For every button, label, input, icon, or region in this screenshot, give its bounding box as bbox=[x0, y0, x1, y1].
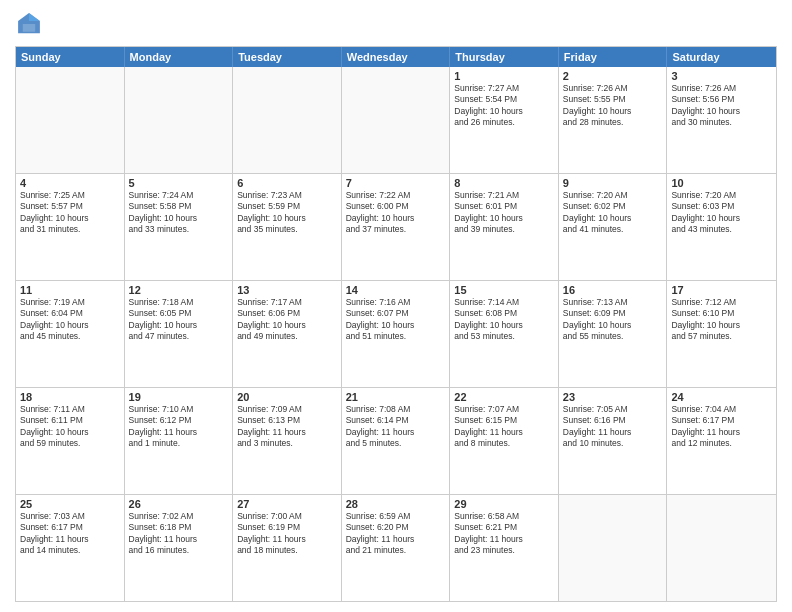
calendar-cell: 23Sunrise: 7:05 AM Sunset: 6:16 PM Dayli… bbox=[559, 388, 668, 494]
day-info: Sunrise: 7:14 AM Sunset: 6:08 PM Dayligh… bbox=[454, 297, 554, 343]
calendar-cell: 25Sunrise: 7:03 AM Sunset: 6:17 PM Dayli… bbox=[16, 495, 125, 601]
day-number: 9 bbox=[563, 177, 663, 189]
calendar-cell: 2Sunrise: 7:26 AM Sunset: 5:55 PM Daylig… bbox=[559, 67, 668, 173]
day-info: Sunrise: 7:18 AM Sunset: 6:05 PM Dayligh… bbox=[129, 297, 229, 343]
calendar-row-2: 4Sunrise: 7:25 AM Sunset: 5:57 PM Daylig… bbox=[16, 173, 776, 280]
calendar-cell: 12Sunrise: 7:18 AM Sunset: 6:05 PM Dayli… bbox=[125, 281, 234, 387]
day-number: 12 bbox=[129, 284, 229, 296]
logo-icon bbox=[15, 10, 43, 38]
day-info: Sunrise: 7:07 AM Sunset: 6:15 PM Dayligh… bbox=[454, 404, 554, 450]
day-info: Sunrise: 7:20 AM Sunset: 6:03 PM Dayligh… bbox=[671, 190, 772, 236]
day-number: 21 bbox=[346, 391, 446, 403]
calendar-cell: 11Sunrise: 7:19 AM Sunset: 6:04 PM Dayli… bbox=[16, 281, 125, 387]
header-day-saturday: Saturday bbox=[667, 47, 776, 67]
calendar-cell bbox=[667, 495, 776, 601]
day-number: 19 bbox=[129, 391, 229, 403]
day-number: 27 bbox=[237, 498, 337, 510]
header-day-sunday: Sunday bbox=[16, 47, 125, 67]
day-info: Sunrise: 7:09 AM Sunset: 6:13 PM Dayligh… bbox=[237, 404, 337, 450]
day-info: Sunrise: 7:27 AM Sunset: 5:54 PM Dayligh… bbox=[454, 83, 554, 129]
day-info: Sunrise: 7:02 AM Sunset: 6:18 PM Dayligh… bbox=[129, 511, 229, 557]
day-number: 5 bbox=[129, 177, 229, 189]
day-number: 22 bbox=[454, 391, 554, 403]
calendar-row-1: 1Sunrise: 7:27 AM Sunset: 5:54 PM Daylig… bbox=[16, 67, 776, 173]
calendar-cell: 21Sunrise: 7:08 AM Sunset: 6:14 PM Dayli… bbox=[342, 388, 451, 494]
day-number: 13 bbox=[237, 284, 337, 296]
day-number: 23 bbox=[563, 391, 663, 403]
calendar-cell: 19Sunrise: 7:10 AM Sunset: 6:12 PM Dayli… bbox=[125, 388, 234, 494]
svg-marker-1 bbox=[29, 13, 40, 21]
calendar-cell: 28Sunrise: 6:59 AM Sunset: 6:20 PM Dayli… bbox=[342, 495, 451, 601]
day-number: 18 bbox=[20, 391, 120, 403]
calendar-cell bbox=[233, 67, 342, 173]
calendar-cell: 22Sunrise: 7:07 AM Sunset: 6:15 PM Dayli… bbox=[450, 388, 559, 494]
calendar-cell: 3Sunrise: 7:26 AM Sunset: 5:56 PM Daylig… bbox=[667, 67, 776, 173]
day-number: 29 bbox=[454, 498, 554, 510]
calendar-cell: 24Sunrise: 7:04 AM Sunset: 6:17 PM Dayli… bbox=[667, 388, 776, 494]
day-info: Sunrise: 7:23 AM Sunset: 5:59 PM Dayligh… bbox=[237, 190, 337, 236]
day-number: 10 bbox=[671, 177, 772, 189]
day-info: Sunrise: 7:19 AM Sunset: 6:04 PM Dayligh… bbox=[20, 297, 120, 343]
calendar-row-3: 11Sunrise: 7:19 AM Sunset: 6:04 PM Dayli… bbox=[16, 280, 776, 387]
day-info: Sunrise: 7:05 AM Sunset: 6:16 PM Dayligh… bbox=[563, 404, 663, 450]
header-day-monday: Monday bbox=[125, 47, 234, 67]
day-number: 15 bbox=[454, 284, 554, 296]
day-info: Sunrise: 7:17 AM Sunset: 6:06 PM Dayligh… bbox=[237, 297, 337, 343]
calendar-cell: 27Sunrise: 7:00 AM Sunset: 6:19 PM Dayli… bbox=[233, 495, 342, 601]
day-info: Sunrise: 7:10 AM Sunset: 6:12 PM Dayligh… bbox=[129, 404, 229, 450]
day-info: Sunrise: 7:03 AM Sunset: 6:17 PM Dayligh… bbox=[20, 511, 120, 557]
day-info: Sunrise: 7:20 AM Sunset: 6:02 PM Dayligh… bbox=[563, 190, 663, 236]
calendar-cell: 1Sunrise: 7:27 AM Sunset: 5:54 PM Daylig… bbox=[450, 67, 559, 173]
day-number: 20 bbox=[237, 391, 337, 403]
day-number: 26 bbox=[129, 498, 229, 510]
day-info: Sunrise: 7:04 AM Sunset: 6:17 PM Dayligh… bbox=[671, 404, 772, 450]
calendar-cell: 15Sunrise: 7:14 AM Sunset: 6:08 PM Dayli… bbox=[450, 281, 559, 387]
calendar-cell: 20Sunrise: 7:09 AM Sunset: 6:13 PM Dayli… bbox=[233, 388, 342, 494]
day-info: Sunrise: 7:00 AM Sunset: 6:19 PM Dayligh… bbox=[237, 511, 337, 557]
calendar-cell bbox=[16, 67, 125, 173]
day-number: 8 bbox=[454, 177, 554, 189]
calendar-header: SundayMondayTuesdayWednesdayThursdayFrid… bbox=[16, 47, 776, 67]
header-day-friday: Friday bbox=[559, 47, 668, 67]
day-number: 3 bbox=[671, 70, 772, 82]
day-info: Sunrise: 7:13 AM Sunset: 6:09 PM Dayligh… bbox=[563, 297, 663, 343]
day-info: Sunrise: 7:21 AM Sunset: 6:01 PM Dayligh… bbox=[454, 190, 554, 236]
calendar: SundayMondayTuesdayWednesdayThursdayFrid… bbox=[15, 46, 777, 602]
day-info: Sunrise: 7:25 AM Sunset: 5:57 PM Dayligh… bbox=[20, 190, 120, 236]
day-number: 28 bbox=[346, 498, 446, 510]
day-info: Sunrise: 6:58 AM Sunset: 6:21 PM Dayligh… bbox=[454, 511, 554, 557]
day-info: Sunrise: 7:08 AM Sunset: 6:14 PM Dayligh… bbox=[346, 404, 446, 450]
day-number: 24 bbox=[671, 391, 772, 403]
day-number: 17 bbox=[671, 284, 772, 296]
calendar-cell: 29Sunrise: 6:58 AM Sunset: 6:21 PM Dayli… bbox=[450, 495, 559, 601]
header bbox=[15, 10, 777, 38]
calendar-cell: 14Sunrise: 7:16 AM Sunset: 6:07 PM Dayli… bbox=[342, 281, 451, 387]
header-day-thursday: Thursday bbox=[450, 47, 559, 67]
calendar-cell: 17Sunrise: 7:12 AM Sunset: 6:10 PM Dayli… bbox=[667, 281, 776, 387]
page: SundayMondayTuesdayWednesdayThursdayFrid… bbox=[0, 0, 792, 612]
calendar-row-5: 25Sunrise: 7:03 AM Sunset: 6:17 PM Dayli… bbox=[16, 494, 776, 601]
day-info: Sunrise: 7:26 AM Sunset: 5:56 PM Dayligh… bbox=[671, 83, 772, 129]
calendar-cell bbox=[125, 67, 234, 173]
day-info: Sunrise: 7:11 AM Sunset: 6:11 PM Dayligh… bbox=[20, 404, 120, 450]
day-number: 6 bbox=[237, 177, 337, 189]
calendar-cell: 16Sunrise: 7:13 AM Sunset: 6:09 PM Dayli… bbox=[559, 281, 668, 387]
calendar-row-4: 18Sunrise: 7:11 AM Sunset: 6:11 PM Dayli… bbox=[16, 387, 776, 494]
calendar-cell: 6Sunrise: 7:23 AM Sunset: 5:59 PM Daylig… bbox=[233, 174, 342, 280]
calendar-cell bbox=[342, 67, 451, 173]
day-number: 7 bbox=[346, 177, 446, 189]
calendar-cell: 7Sunrise: 7:22 AM Sunset: 6:00 PM Daylig… bbox=[342, 174, 451, 280]
day-info: Sunrise: 7:24 AM Sunset: 5:58 PM Dayligh… bbox=[129, 190, 229, 236]
calendar-body: 1Sunrise: 7:27 AM Sunset: 5:54 PM Daylig… bbox=[16, 67, 776, 601]
day-info: Sunrise: 7:16 AM Sunset: 6:07 PM Dayligh… bbox=[346, 297, 446, 343]
calendar-cell: 9Sunrise: 7:20 AM Sunset: 6:02 PM Daylig… bbox=[559, 174, 668, 280]
calendar-cell: 13Sunrise: 7:17 AM Sunset: 6:06 PM Dayli… bbox=[233, 281, 342, 387]
logo bbox=[15, 10, 47, 38]
day-info: Sunrise: 7:26 AM Sunset: 5:55 PM Dayligh… bbox=[563, 83, 663, 129]
calendar-cell: 18Sunrise: 7:11 AM Sunset: 6:11 PM Dayli… bbox=[16, 388, 125, 494]
day-number: 14 bbox=[346, 284, 446, 296]
calendar-cell: 5Sunrise: 7:24 AM Sunset: 5:58 PM Daylig… bbox=[125, 174, 234, 280]
day-number: 2 bbox=[563, 70, 663, 82]
header-day-tuesday: Tuesday bbox=[233, 47, 342, 67]
day-info: Sunrise: 7:22 AM Sunset: 6:00 PM Dayligh… bbox=[346, 190, 446, 236]
